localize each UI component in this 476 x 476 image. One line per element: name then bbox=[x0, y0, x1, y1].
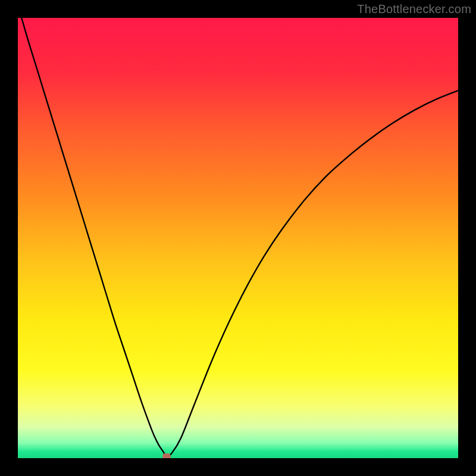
watermark-text: TheBottlenecker.com bbox=[357, 2, 471, 16]
bottleneck-curve bbox=[18, 18, 458, 458]
minimum-marker bbox=[162, 453, 171, 458]
plot-area bbox=[18, 18, 458, 458]
chart-frame: TheBottlenecker.com bbox=[0, 0, 476, 476]
